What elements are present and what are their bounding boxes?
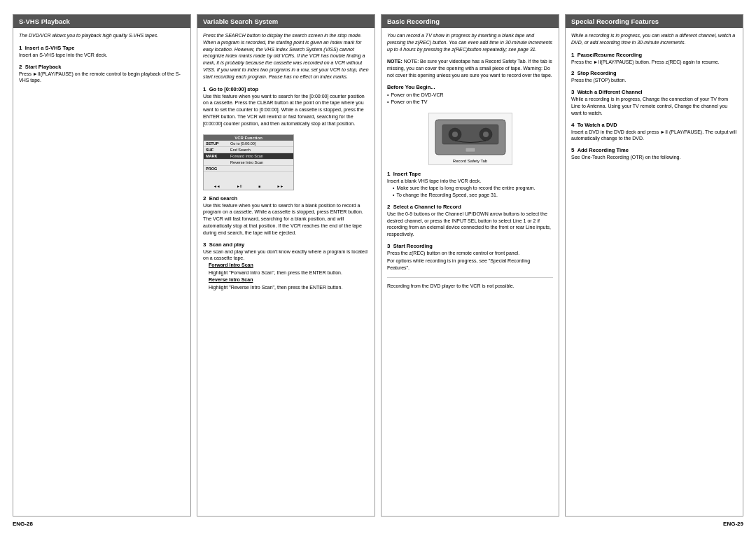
vss-step-1-num: 1 [203,86,206,92]
vcr-image-label: Record Safety Tab [429,159,512,163]
special-recording-intro: While a recording is in progress, you ca… [571,32,737,46]
columns-wrapper: S-VHS Playback The DVD/VCR allows you to… [13,14,743,517]
basic-step-2-title: Select a Channel to Record [393,204,461,210]
tape-svg [432,116,509,162]
basic-step-3-note2: For options while recording is in progre… [387,258,553,272]
vss-step-3-num: 3 [203,241,206,248]
before-bullet-2: Power on the TV [387,99,553,106]
svhs-step-2-num: 2 [19,64,22,70]
column-header-vss: Variable Search System [197,15,374,28]
basic-recording-note: NOTE: NOTE: Be sure your videotape has a… [387,58,553,78]
vss-intro: Press the SEARCH button to display the s… [203,32,369,80]
basic-step-1-text: Insert a blank VHS tape into the VCR dec… [387,178,553,185]
special-step-4-text: Insert a DVD in the DVD deck and press ►… [571,129,737,143]
special-step-1-title: Pause/Resume Recording [578,52,643,58]
before-title: Before You Begin... [387,84,553,90]
before-bullet-1: Power on the DVD-VCR [387,92,553,99]
column-content-special-recording: While a recording is in progress, you ca… [566,28,743,516]
special-step-2-title: Stop Recording [578,70,617,76]
column-vss: Variable Search System Press the SEARCH … [197,14,375,517]
special-step-4-title: To Watch a DVD [578,122,617,128]
special-step-5: 5 Add Recording Time See One-Touch Recor… [571,147,737,161]
vss-step-2-title: End search [209,195,237,202]
page-container: S-VHS Playback The DVD/VCR allows you to… [0,0,756,534]
basic-step-2: 2 Select a Channel to Record Use the 0-9… [387,204,553,238]
vss-step-2: 2 End search Use this feature when you w… [203,195,369,237]
vcr-menu-image: VCR Function SETUP Go to [0:00:00] SHF E… [203,134,294,190]
special-step-3-text: While a recording is in progress, Change… [571,96,737,116]
svhs-intro: The DVD/VCR allows you to playback high … [19,32,185,39]
basic-step-1: 1 Insert Tape Insert a blank VHS tape in… [387,171,553,198]
special-step-5-num: 5 [571,147,574,153]
special-step-5-text: See One-Touch Recording (OTR) on the fol… [571,154,737,161]
vss-step-3-sub2: Reverse Intro Scan Highlight "Reverse In… [209,276,369,291]
svhs-step-2: 2 Start Playback Press ►II(PLAY/PAUSE) o… [19,64,185,85]
svhs-step-2-title: Start Playback [25,64,62,70]
special-step-3-title: Watch a Different Channel [578,89,643,95]
svhs-step-1-text: Insert an S-VHS tape into the VCR deck. [19,52,185,59]
basic-divider [387,277,553,278]
special-step-1: 1 Pause/Resume Recording Press the ►II(P… [571,52,737,66]
special-step-4: 4 To Watch a DVD Insert a DVD in the DVD… [571,122,737,143]
footer-left: ENG-28 [13,521,33,527]
special-step-1-num: 1 [571,52,574,58]
vss-step-2-text: Use this feature when you want to search… [203,202,369,237]
menu-row-3: Reverse Intro Scan [204,160,293,166]
vss-step-2-num: 2 [203,195,206,202]
svg-point-3 [452,132,458,137]
basic-step-1-bullet-2: To change the Recording Speed, see page … [393,192,553,199]
special-step-2-num: 2 [571,70,574,76]
svg-point-5 [483,132,489,137]
column-special-recording: Special Recording Features While a recor… [565,14,743,517]
menu-row-1: SHF End Search [204,147,293,153]
basic-step-3-text: Press the z(REC) button on the remote co… [387,250,553,257]
special-step-4-num: 4 [571,122,574,128]
basic-step-1-title: Insert Tape [393,171,421,177]
column-content-vss: Press the SEARCH button to display the s… [197,28,374,516]
menu-header: VCR Function [204,135,293,141]
vss-step-3-title: Scan and play [209,241,244,248]
column-content-svhs: The DVD/VCR allows you to playback high … [13,28,190,516]
menu-footer-icons: ◄◄ ►II ■ ►► [204,184,293,188]
basic-footer-note: Recording from the DVD player to the VCR… [387,283,553,290]
column-basic-recording: Basic Recording You can record a TV show… [381,14,559,517]
column-svhs: S-VHS Playback The DVD/VCR allows you to… [13,14,191,517]
column-header-svhs: S-VHS Playback [13,15,190,28]
vss-step-3: 3 Scan and play Use scan and play when y… [203,241,369,291]
svhs-step-1-title: Insert a S-VHS Tape [25,45,75,51]
column-header-basic-recording: Basic Recording [382,15,559,28]
svhs-step-1-num: 1 [19,45,22,51]
vss-step-3-sub1: Forward Intro Scan Highlight "Forward In… [209,262,369,276]
basic-step-2-text: Use the 0-9 buttons or the Channel UP/DO… [387,211,553,238]
menu-row-4: PROG [204,166,293,172]
special-step-3-num: 3 [571,89,574,95]
vcr-image-container: Record Safety Tab [387,113,553,165]
footer-row: ENG-28 ENG-29 [13,517,743,527]
vss-step-3-text: Use scan and play when you don't know ex… [203,248,369,262]
vss-step-1-text: Use this feature when you want to search… [203,93,369,127]
menu-row-2: MARK Forward Intro Scan [204,153,293,160]
column-content-basic-recording: You can record a TV show in progress by … [382,28,559,516]
special-step-1-text: Press the ►II(PLAY/PAUSE) button. Press … [571,59,737,66]
footer-right: ENG-29 [723,521,743,527]
basic-step-1-num: 1 [387,171,390,177]
vcr-tape-image: Record Safety Tab [428,113,512,165]
svhs-step-1: 1 Insert a S-VHS Tape Insert an S-VHS ta… [19,45,185,59]
svhs-step-2-text: Press ►II(PLAY/PAUSE) on the remote cont… [19,71,185,85]
vss-step-1-title: Go to [0:00:00] stop [209,86,258,92]
special-step-5-title: Add Recording Time [578,147,629,153]
column-header-special-recording: Special Recording Features [566,15,743,28]
menu-row-0: SETUP Go to [0:00:00] [204,141,293,147]
vss-step-1: 1 Go to [0:00:00] stop Use this feature … [203,86,369,127]
basic-recording-intro: You can record a TV show in progress by … [387,32,553,52]
svg-rect-6 [465,148,475,152]
basic-step-1-bullet-1: Make sure the tape is long enough to rec… [393,185,553,192]
basic-step-3-title: Start Recording [393,243,433,249]
special-step-2-text: Press the (STOP) button. [571,77,737,84]
special-step-3: 3 Watch a Different Channel While a reco… [571,89,737,116]
basic-step-2-num: 2 [387,204,390,210]
basic-step-3: 3 Start Recording Press the z(REC) butto… [387,243,553,271]
special-step-2: 2 Stop Recording Press the (STOP) button… [571,70,737,84]
basic-step-3-num: 3 [387,243,390,249]
before-section: Before You Begin... Power on the DVD-VCR… [387,84,553,106]
